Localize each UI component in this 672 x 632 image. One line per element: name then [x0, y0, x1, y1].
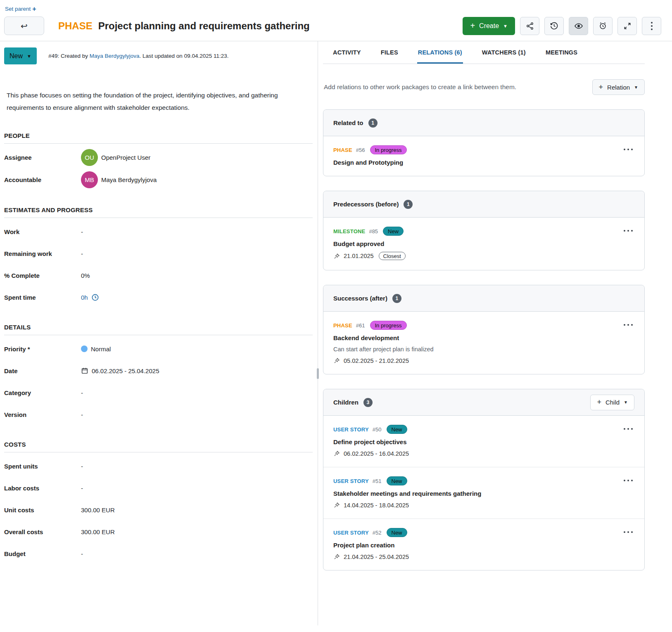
overall-costs-label: Overall costs — [4, 528, 81, 535]
fullscreen-button[interactable] — [617, 17, 637, 35]
count-badge: 3 — [363, 398, 373, 407]
plus-icon: + — [599, 83, 603, 92]
tab-meetings[interactable]: MEETINGS — [545, 41, 578, 64]
work-package-page: Set parent + ↩ PHASE Project planning an… — [0, 0, 672, 632]
work-label: Work — [4, 228, 81, 235]
work-package-id: #52 — [373, 530, 382, 536]
work-package-title-link[interactable]: Budget approved — [333, 240, 620, 247]
chevron-down-icon: ▼ — [634, 85, 638, 90]
percent-complete-field[interactable]: 0% — [81, 272, 90, 279]
back-button[interactable]: ↩ — [4, 17, 44, 35]
budget-field[interactable]: - — [81, 550, 83, 557]
log-time-clock-icon[interactable] — [91, 294, 99, 301]
item-menu-button[interactable] — [623, 146, 634, 153]
status-dropdown-button[interactable]: New ▼ — [4, 47, 37, 64]
assignee-field[interactable]: OU OpenProject User — [81, 149, 150, 166]
kebab-horizontal-icon — [624, 230, 633, 232]
priority-field[interactable]: Normal — [81, 346, 111, 353]
set-parent-label: Set parent — [5, 6, 31, 12]
panel-divider — [318, 41, 318, 625]
priority-label: Priority * — [4, 346, 81, 353]
accountable-name[interactable]: Maya Berdygylyjova — [101, 176, 157, 183]
percent-complete-label: % Complete — [4, 272, 81, 279]
history-icon — [550, 21, 558, 30]
accountable-field[interactable]: MB Maya Berdygylyjova — [81, 171, 157, 188]
resize-handle[interactable] — [317, 368, 319, 379]
count-badge: 1 — [392, 294, 401, 303]
work-package-id: #50 — [373, 426, 382, 433]
people-section: PEOPLE Assignee OU OpenProject User Acco… — [4, 132, 313, 188]
detail-tabs: ACTIVITY FILES RELATIONS (6) WATCHERS (1… — [323, 41, 645, 64]
spent-units-field[interactable]: - — [81, 463, 83, 470]
group-title: Predecessors (before) — [333, 201, 399, 208]
status-label: New — [9, 52, 23, 60]
description-field[interactable]: This phase focuses on setting the founda… — [7, 89, 302, 114]
calendar-icon — [81, 367, 88, 374]
create-button[interactable]: + Create ▼ — [463, 17, 515, 35]
pin-icon — [333, 450, 340, 457]
chevron-down-icon: ▼ — [503, 24, 508, 28]
page-title[interactable]: Project planning and requirements gather… — [98, 20, 310, 32]
work-package-title-link[interactable]: Design and Prototyping — [333, 159, 620, 166]
add-relation-button[interactable]: + Relation ▼ — [592, 79, 645, 95]
pin-icon — [333, 502, 340, 509]
unit-costs-field[interactable]: 300.00 EUR — [81, 507, 115, 514]
work-package-title-link[interactable]: Backend development — [333, 334, 620, 341]
eye-icon — [574, 21, 583, 31]
work-package-type[interactable]: PHASE — [58, 20, 93, 32]
accountable-label: Accountable — [4, 176, 81, 183]
work-package-id: #56 — [356, 147, 365, 153]
category-field[interactable]: - — [81, 389, 83, 396]
status-badge: In progress — [370, 321, 407, 330]
share-button[interactable] — [520, 17, 539, 35]
relation-note: Can start after project plan is finalize… — [333, 346, 620, 353]
assignee-name[interactable]: OpenProject User — [101, 154, 150, 161]
add-child-button[interactable]: + Child ▼ — [590, 395, 634, 410]
work-package-heading: PHASE Project planning and requirements … — [58, 20, 310, 32]
reminder-button[interactable] — [593, 17, 613, 35]
labor-costs-field[interactable]: - — [81, 485, 83, 492]
relations-hint: Add relations to other work packages to … — [324, 83, 516, 91]
date-field[interactable]: 06.02.2025 - 25.04.2025 — [81, 367, 159, 374]
pin-icon — [333, 253, 340, 260]
more-actions-button[interactable] — [642, 17, 661, 35]
item-menu-button[interactable] — [623, 529, 634, 535]
add-child-label: Child — [606, 399, 620, 406]
attributes-panel: New ▼ #49: Created by Maya Berdygylyjova… — [0, 41, 318, 625]
work-package-title-link[interactable]: Stakeholder meetings and requirements ga… — [333, 490, 620, 497]
work-package-title-link[interactable]: Project plan creation — [333, 542, 620, 549]
tab-relations[interactable]: RELATIONS (6) — [417, 41, 463, 64]
set-parent-link[interactable]: Set parent + — [5, 6, 36, 12]
estimates-heading: ESTIMATES AND PROGRESS — [4, 206, 313, 218]
work-package-type: USER STORY — [333, 426, 369, 433]
kebab-horizontal-icon — [624, 480, 633, 481]
tab-watchers[interactable]: WATCHERS (1) — [481, 41, 527, 64]
overall-costs-field[interactable]: 300.00 EUR — [81, 528, 115, 535]
watch-button[interactable] — [569, 17, 588, 35]
item-menu-button[interactable] — [623, 227, 634, 234]
relation-dates: 14.04.2025 - 18.04.2025 — [344, 502, 409, 509]
item-menu-button[interactable] — [623, 477, 634, 484]
tab-files[interactable]: FILES — [380, 41, 399, 64]
estimates-section: ESTIMATES AND PROGRESS Work - Remaining … — [4, 206, 313, 305]
version-field[interactable]: - — [81, 411, 83, 418]
status-badge: New — [387, 425, 407, 434]
labor-costs-label: Labor costs — [4, 485, 81, 492]
tab-activity[interactable]: ACTIVITY — [332, 41, 362, 64]
group-title: Related to — [333, 119, 363, 126]
spent-units-label: Spent units — [4, 463, 81, 470]
remaining-work-field[interactable]: - — [81, 250, 83, 257]
relations-panel: ACTIVITY FILES RELATIONS (6) WATCHERS (1… — [318, 41, 672, 625]
status-badge: New — [387, 528, 407, 537]
related-work-package: PHASE #56 In progress Design and Prototy… — [323, 136, 644, 176]
header-actions: + Create ▼ — [463, 17, 661, 35]
work-package-id: #85 — [369, 228, 378, 234]
item-menu-button[interactable] — [623, 426, 634, 432]
history-button[interactable] — [544, 17, 564, 35]
work-package-title-link[interactable]: Define project objectives — [333, 438, 620, 445]
work-field[interactable]: - — [81, 228, 83, 235]
author-link[interactable]: Maya Berdygylyjova — [90, 53, 140, 59]
item-menu-button[interactable] — [623, 322, 634, 328]
relation-dates: 21.01.2025 — [344, 253, 374, 259]
spent-time-link[interactable]: 0h — [81, 294, 88, 301]
